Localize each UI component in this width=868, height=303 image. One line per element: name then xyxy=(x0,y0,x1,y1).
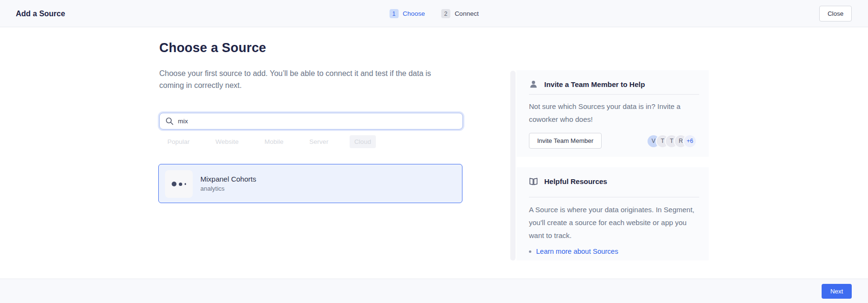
source-category: analytics xyxy=(200,185,225,192)
footer-bar: Next xyxy=(0,279,868,303)
source-result-mixpanel-cohorts[interactable]: Mixpanel Cohorts analytics xyxy=(158,164,462,203)
resource-list-item: Learn more about Sources xyxy=(529,248,618,255)
book-icon xyxy=(529,177,538,186)
search-input[interactable] xyxy=(159,113,463,130)
resources-panel: Helpful Resources A Source is where your… xyxy=(516,167,709,260)
tab-popular[interactable]: Popular xyxy=(163,135,195,148)
tab-cloud[interactable]: Cloud xyxy=(350,135,376,148)
resources-panel-header: Helpful Resources xyxy=(529,173,698,189)
step-connect[interactable]: 2 Connect xyxy=(441,9,479,18)
main-heading: Choose a Source xyxy=(159,41,266,55)
step-label: Connect xyxy=(455,10,479,17)
stepper: 1 Choose 2 Connect xyxy=(389,0,479,27)
tab-server[interactable]: Server xyxy=(305,135,333,148)
page-title: Add a Source xyxy=(16,0,65,27)
tab-mobile[interactable]: Mobile xyxy=(260,135,288,148)
person-icon xyxy=(529,80,538,89)
divider xyxy=(529,197,699,197)
invite-team-member-button[interactable]: Invite Team Member xyxy=(529,133,602,149)
tab-website[interactable]: Website xyxy=(211,135,244,148)
resources-panel-title: Helpful Resources xyxy=(544,177,607,185)
mixpanel-dot xyxy=(172,182,176,186)
invite-panel-title: Invite a Team Member to Help xyxy=(544,80,645,88)
avatar-overflow-count[interactable]: +6 xyxy=(683,134,697,148)
resource-links: Learn more about Sources xyxy=(529,248,618,255)
step-number-badge: 1 xyxy=(389,9,398,18)
step-label: Choose xyxy=(403,10,425,17)
mixpanel-dot xyxy=(179,183,182,186)
learn-more-sources-link[interactable]: Learn more about Sources xyxy=(536,248,618,255)
source-title: Mixpanel Cohorts xyxy=(200,175,256,183)
mixpanel-dot xyxy=(185,183,187,185)
resources-panel-text: A Source is where your data originates. … xyxy=(529,203,697,242)
invite-panel-header: Invite a Team Member to Help xyxy=(529,76,698,92)
close-button[interactable]: Close xyxy=(819,6,852,22)
top-bar: Add a Source 1 Choose 2 Connect Close xyxy=(0,0,868,27)
sidebar-scrollbar[interactable] xyxy=(510,71,516,260)
next-button[interactable]: Next xyxy=(822,284,852,299)
bullet-icon xyxy=(529,250,531,253)
main-description: Choose your first source to add. You’ll … xyxy=(159,67,442,91)
step-choose[interactable]: 1 Choose xyxy=(389,9,425,18)
divider xyxy=(529,94,699,95)
mixpanel-logo-icon xyxy=(165,170,193,198)
invite-panel: Invite a Team Member to Help Not sure wh… xyxy=(516,70,709,157)
team-avatar-stack: V T T R +6 xyxy=(647,134,697,148)
add-source-page: Add a Source 1 Choose 2 Connect Close Ch… xyxy=(0,0,868,303)
invite-panel-text: Not sure which Sources your data is in? … xyxy=(529,100,694,126)
category-tabs: Popular Website Mobile Server Cloud xyxy=(163,134,376,149)
source-search xyxy=(159,113,463,130)
step-number-badge: 2 xyxy=(441,9,450,18)
